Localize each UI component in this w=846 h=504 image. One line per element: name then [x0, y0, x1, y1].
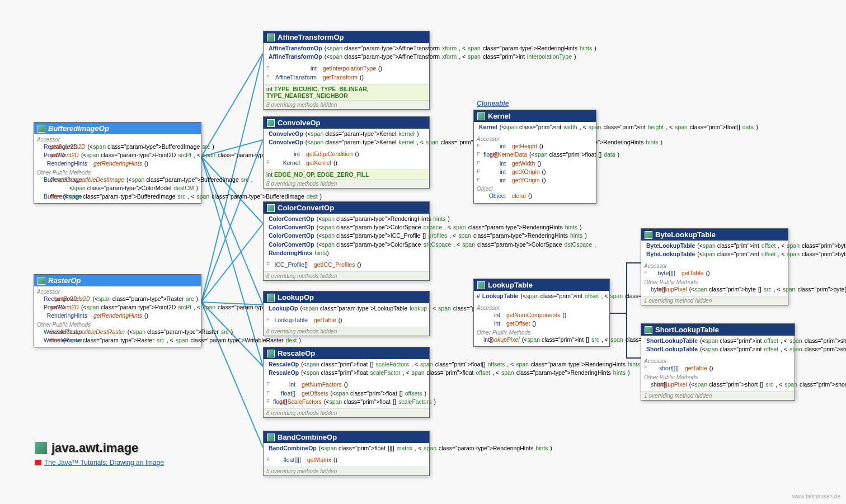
constructor-row: RescaleOp (<span class="prim">float[] sc… — [266, 360, 426, 369]
constructor-row: ConvolveOp (<span class="param-type">Ker… — [266, 138, 426, 147]
member-row: BufferedImage createCompatibleDestImage … — [37, 176, 198, 184]
constructor-row: ColorConvertOp (<span class="param-type"… — [266, 232, 426, 240]
member-row: int[] lookupPixel (<span class="prim">in… — [477, 336, 607, 344]
class-box-lookupop: LookupOp LookupOp (<span class="param-ty… — [263, 291, 430, 336]
member-row: Fint getYOrigin () — [477, 176, 593, 185]
constructor-row: RescaleOp (<span class="prim">float scal… — [266, 369, 426, 377]
member-row: Fint getXOrigin () — [477, 168, 593, 176]
constructor-row: AffineTransformOp (<span class="param-ty… — [266, 44, 426, 53]
member-row: RenderingHints getRenderingHints () — [37, 312, 198, 320]
class-box-affinetransformop: AffineTransformOp AffineTransformOp (<sp… — [263, 31, 430, 110]
class-box-rescaleop: RescaleOp RescaleOp (<span class="prim">… — [263, 347, 430, 418]
constructor-row: ShortLookupTable (<span class="prim">int… — [644, 345, 792, 354]
class-icon — [37, 277, 45, 285]
constructor-row: ShortLookupTable (<span class="prim">int… — [644, 337, 792, 345]
class-header: Kernel — [474, 110, 596, 122]
class-box-lookuptable: LookupTable # LookupTable (<span class="… — [473, 279, 610, 347]
class-box-bandcombineop: BandCombineOp BandCombineOp (<span class… — [263, 431, 430, 476]
package-name: java.awt.image — [51, 441, 138, 455]
member-row: WritableRaster createCompatibleDestRaste… — [37, 328, 198, 336]
tutorial-link[interactable]: The Java™ Tutorials: Drawing an Image — [35, 459, 164, 467]
member-row: Ffloat[] getScaleFactors (<span class="p… — [266, 398, 426, 406]
member-row: BufferedImage filter (<span class="param… — [37, 192, 198, 201]
class-icon — [267, 434, 275, 441]
class-icon — [267, 119, 275, 127]
class-title: LookupOp — [278, 293, 314, 302]
class-box-rasterop: RasterOp Accessor Rectangle2D getBounds2… — [34, 274, 201, 347]
member-row: Fint getWidth () — [477, 159, 593, 168]
class-title: RescaleOp — [278, 349, 315, 357]
tutorial-text: The Java™ Tutorials: Drawing an Image — [44, 459, 164, 467]
constructor-row: ColorConvertOp (<span class="param-type"… — [266, 215, 426, 223]
hidden-note: 8 overriding methods hidden — [264, 179, 429, 188]
hidden-note: 8 overriding methods hidden — [264, 271, 429, 280]
section-label: Object — [477, 185, 593, 192]
class-icon — [267, 350, 275, 357]
constructor-row: ByteLookupTable (<span class="prim">int … — [644, 242, 785, 250]
class-box-bytelookuptable: ByteLookupTable ByteLookupTable (<span c… — [641, 228, 788, 305]
class-title: BufferedImageOp — [48, 124, 109, 133]
constants-row: int int TYPE_BICUBIC, TYPE_BILINEAR, TYP… — [264, 84, 429, 100]
hidden-note: 8 overriding methods hidden — [264, 408, 429, 417]
hidden-note: 1 overriding method hidden — [641, 296, 788, 305]
section-label: Accessor — [37, 288, 198, 295]
class-header: AffineTransformOp — [264, 31, 429, 43]
svg-line-10 — [201, 302, 263, 448]
class-title: BandCombineOp — [278, 433, 337, 441]
class-box-colorconvertop: ColorConvertOp ColorConvertOp (<span cla… — [263, 201, 430, 281]
class-title: ByteLookupTable — [655, 230, 716, 239]
class-title: ColorConvertOp — [278, 204, 334, 212]
hidden-note: 1 overriding method hidden — [641, 391, 795, 400]
member-row: Fint getNumFactors () — [266, 380, 426, 389]
member-row: Rectangle2D getBounds2D (<span class="pa… — [37, 295, 198, 303]
class-title: AffineTransformOp — [278, 33, 344, 41]
class-header: ByteLookupTable — [641, 229, 788, 241]
class-header: BufferedImageOp — [34, 123, 201, 134]
class-header: ConvolveOp — [264, 117, 429, 129]
member-row: Point2D getPoint2D (<span class="param-t… — [37, 303, 198, 312]
member-row: Ffloat[] getKernelData (<span class="pri… — [477, 150, 593, 159]
hidden-note: 5 overriding methods hidden — [264, 467, 429, 475]
class-title: ConvolveOp — [278, 119, 321, 127]
interface-label-cloneable[interactable]: Cloneable — [477, 100, 509, 107]
section-label: Accessor — [477, 304, 607, 311]
class-header: LookupTable — [474, 279, 609, 291]
section-label: Accessor — [644, 357, 792, 364]
class-box-bufferedimageop: BufferedImageOp Accessor Rectangle2D get… — [34, 122, 201, 204]
class-header: LookupOp — [264, 291, 429, 303]
member-row: Fint getInterpolationType () — [266, 64, 426, 73]
section-label: Other Public Methods — [477, 328, 607, 336]
class-header: RescaleOp — [264, 347, 429, 359]
member-row: RenderingHints getRenderingHints () — [37, 159, 198, 168]
class-title: LookupTable — [488, 281, 533, 289]
member-row: short[] lookupPixel (<span class="prim">… — [644, 380, 792, 389]
section-label: Other Public Methods — [37, 168, 198, 176]
svg-line-6 — [201, 140, 263, 302]
svg-line-2 — [201, 157, 263, 224]
class-box-shortlookuptable: ShortLookupTable ShortLookupTable (<span… — [641, 323, 795, 401]
class-box-convolveop: ConvolveOp ConvolveOp (<span class="para… — [263, 116, 430, 189]
class-header: RasterOp — [34, 275, 201, 286]
constructor-row: # LookupTable (<span class="prim">int of… — [477, 292, 607, 300]
member-row: FKernel getKernel () — [266, 159, 426, 167]
member-row: FLookupTable getTable () — [266, 316, 426, 324]
member-row: Fshort[][] getTable () — [644, 364, 792, 373]
hidden-note: 8 overriding methods hidden — [264, 327, 429, 336]
member-row: WritableRaster filter (<span class="para… — [37, 336, 198, 345]
constructor-row: ColorConvertOp (<span class="param-type"… — [266, 241, 426, 249]
member-row: int getOffset () — [477, 319, 607, 328]
section-label: Other Public Methods — [644, 373, 792, 380]
class-title: ShortLookupTable — [655, 326, 719, 334]
package-title: java.awt.image — [35, 441, 138, 455]
watermark: www.falkhausen.de — [792, 493, 840, 500]
constructor-row: ConvolveOp (<span class="param-type">Ker… — [266, 130, 426, 138]
svg-line-0 — [201, 53, 263, 157]
class-icon — [37, 125, 45, 133]
section-label: Accessor — [644, 262, 785, 269]
constructor-row: RenderingHints hints) — [266, 249, 426, 257]
constructor-row: ByteLookupTable (<span class="prim">int … — [644, 250, 785, 258]
class-header: ColorConvertOp — [264, 202, 429, 214]
hidden-note: 8 overriding methods hidden — [264, 100, 429, 109]
class-icon — [645, 326, 652, 334]
class-icon — [477, 281, 485, 289]
